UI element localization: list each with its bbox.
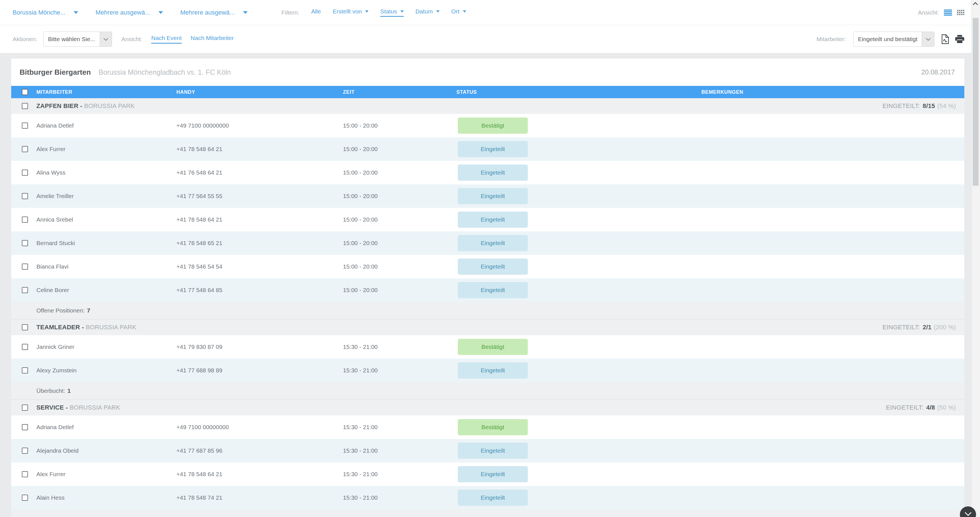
select-chevron-button[interactable] [922,32,934,46]
view-switcher: Ansicht: [918,0,964,25]
section-header-row: SERVICE - BORUSSIA PARKEINGETEILT:4/8(50… [11,400,964,416]
row-checkbox[interactable] [22,471,28,477]
table-row: Alex Furrer+41 78 548 64 2115:00 - 20:00… [11,137,964,161]
row-checkbox[interactable] [22,447,28,454]
section-title: TEAMLEADER - BORUSSIA PARK [37,324,964,331]
scrollbar-thumb[interactable] [973,18,978,186]
multi-select-dropdown-2[interactable]: Mehrere ausgewä... [180,9,248,16]
tab-nach-mitarbeiter[interactable]: Nach Mitarbeiter [191,35,234,44]
list-view-icon[interactable] [944,10,952,16]
employee-name: Bianca Flavi [37,263,177,270]
section-header-row: ZAPFEN BIER - BORUSSIA PARKEINGETEILT:8/… [11,98,964,114]
status-button[interactable]: Eingeteilt [458,258,528,275]
row-checkbox[interactable] [22,495,28,501]
vertical-scrollbar[interactable] [971,0,980,517]
employee-name: Alina Wyss [37,169,177,176]
status-button[interactable]: Eingeteilt [458,362,528,379]
shift-time: 15:30 - 21:00 [343,447,457,454]
row-checkbox[interactable] [22,263,28,270]
shift-time: 15:00 - 20:00 [343,146,457,152]
shift-time: 15:30 - 21:00 [343,367,457,374]
select-chevron-button[interactable] [100,32,112,46]
stat-value: 4/8 [926,404,935,411]
col-status: STATUS [457,89,529,95]
row-checkbox[interactable] [22,287,28,293]
scroll-up-arrow-icon[interactable] [973,2,978,7]
status-button[interactable]: Eingeteilt [458,211,528,228]
filter-datum[interactable]: Datum [415,8,440,17]
event-title: Bitburger Biergarten [20,68,91,77]
status-button[interactable]: Eingeteilt [458,165,528,181]
row-checkbox[interactable] [22,217,28,223]
section-checkbox[interactable] [22,324,28,330]
caret-down-icon [159,11,163,14]
event-header: Bitburger Biergarten Borussia Mönchengla… [11,59,964,86]
multi-select-label-2: Mehrere ausgewä... [180,9,235,16]
filter-ort[interactable]: Ort [451,8,466,17]
status-button[interactable]: Bestätigt [458,117,528,134]
event-select-dropdown[interactable]: Borussia Mönche... [13,9,78,16]
employee-phone: +41 78 548 65 21 [177,240,343,246]
summary-label: Offene Positionen: [37,307,84,314]
status-cell: Eingeteilt [457,490,529,506]
section-checkbox[interactable] [22,103,28,109]
summary-value: 1 [67,387,71,394]
partial-next-row [11,509,964,517]
filter-status[interactable]: Status [380,8,404,17]
status-button[interactable]: Bestätigt [458,339,528,355]
row-checkbox[interactable] [22,170,28,176]
filter-alle[interactable]: Alle [311,8,321,17]
status-button[interactable]: Eingeteilt [458,282,528,298]
employee-name: Alejandra Obeid [37,447,177,454]
row-checkbox[interactable] [22,240,28,246]
tab-nach-event[interactable]: Nach Event [151,35,182,44]
filter-erstellt-von[interactable]: Erstellt von [332,8,369,17]
status-button[interactable]: Eingeteilt [458,466,528,482]
event-card: Bitburger Biergarten Borussia Mönchengla… [11,59,964,517]
employee-name: Adriana Detlef [37,424,177,431]
status-cell: Eingeteilt [457,235,529,251]
section-checkbox[interactable] [22,404,28,411]
chevron-down-icon [926,36,931,41]
row-checkbox[interactable] [22,344,28,350]
table-row: Alain Hess+41 78 548 74 2115:30 - 21:00E… [11,486,964,509]
table-sections: ZAPFEN BIER - BORUSSIA PARKEINGETEILT:8/… [11,98,964,509]
row-checkbox[interactable] [22,146,28,152]
actions-select[interactable]: Bitte wählen Sie... [43,32,112,47]
grid-view-icon[interactable] [957,10,964,15]
col-mitarbeiter: MITARBEITER [37,89,177,95]
select-all-checkbox[interactable] [22,89,28,95]
print-icon[interactable] [955,35,964,43]
employee-name: Jannick Griner [37,344,177,350]
col-handy: HANDY [177,89,343,95]
top-filter-bar: Borussia Mönche... Mehrere ausgewä... Me… [0,0,980,25]
staff-planning-app: Borussia Mönche... Mehrere ausgewä... Me… [0,0,980,517]
caret-down-icon [74,11,78,14]
section-name: SERVICE [37,404,64,411]
row-checkbox[interactable] [22,424,28,430]
row-checkbox[interactable] [22,193,28,199]
status-button[interactable]: Eingeteilt [458,235,528,251]
employee-phone: +41 77 548 64 85 [177,287,343,293]
status-cell: Eingeteilt [457,282,529,298]
section-title: SERVICE - BORUSSIA PARK [37,404,964,411]
multi-select-dropdown-1[interactable]: Mehrere ausgewä... [95,9,163,16]
employee-phone: +41 79 830 87 09 [177,344,343,350]
status-button[interactable]: Eingeteilt [458,141,528,157]
row-checkbox[interactable] [22,367,28,373]
staff-filter-group: Mitarbeiter: Eingeteilt und bestätigt [816,25,964,53]
staff-status-select[interactable]: Eingeteilt und bestätigt [853,32,934,47]
section-name: ZAPFEN BIER [37,102,78,109]
status-button[interactable]: Bestätigt [458,419,528,435]
employee-name: Celine Borer [37,287,177,293]
row-checkbox[interactable] [22,122,28,129]
table-row: Adriana Detlef+49 7100 0000000015:00 - 2… [11,114,964,137]
table-row: Celine Borer+41 77 548 64 8515:00 - 20:0… [11,278,964,302]
summary-label: Überbucht: [37,387,65,394]
section-title: ZAPFEN BIER - BORUSSIA PARK [37,102,964,109]
pdf-export-icon[interactable] [941,34,950,44]
summary-text: Offene Positionen:7 [37,307,964,314]
status-button[interactable]: Eingeteilt [458,188,528,204]
status-button[interactable]: Eingeteilt [458,442,528,459]
status-button[interactable]: Eingeteilt [458,490,528,506]
